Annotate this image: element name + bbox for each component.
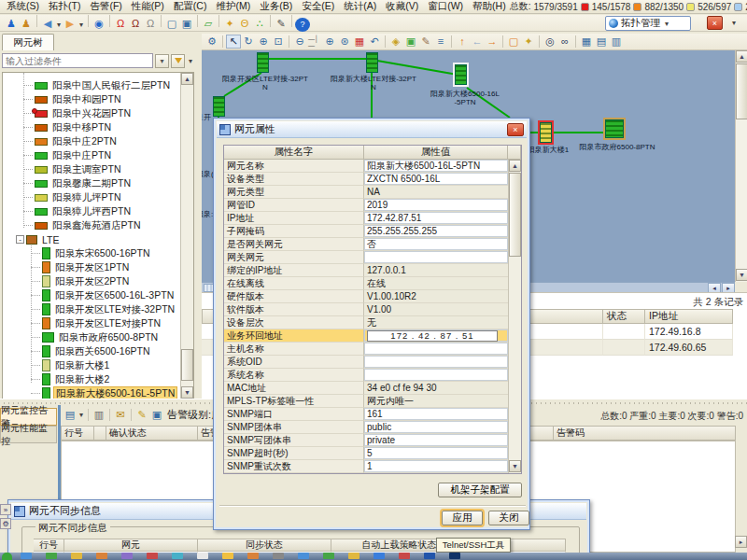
property-row[interactable]: MAC地址34 e0 cf fe 94 30 xyxy=(224,382,508,395)
tree-item[interactable]: 阳泉中移PTN xyxy=(3,120,180,134)
rack-config-button[interactable]: 机架子架配置 xyxy=(438,483,522,497)
magnify-icon[interactable]: ⊕ xyxy=(322,35,337,49)
property-row[interactable]: 网元类型NA xyxy=(224,186,508,199)
taskbar-app-icon[interactable] xyxy=(298,553,309,559)
monitor-icon[interactable]: ▣ xyxy=(149,408,164,422)
back-icon[interactable]: ◀ xyxy=(40,17,55,31)
tree-item[interactable]: 阳泉东宋6500-16PTN xyxy=(3,246,180,260)
export-icon-dropdown[interactable]: ▾ xyxy=(78,411,85,419)
topo-node[interactable] xyxy=(213,96,225,117)
property-row[interactable]: 硬件版本V1.00.10R2 xyxy=(224,290,508,303)
globe-icon[interactable]: ◉ xyxy=(92,17,106,31)
resize-icon[interactable]: ▱ xyxy=(201,17,216,31)
filter-dropdown-button[interactable]: ▾ xyxy=(155,54,169,68)
scroll-down-button[interactable]: ▼ xyxy=(736,269,747,281)
tree-item[interactable]: 阳泉獐儿坪西PTN xyxy=(3,204,180,218)
back-icon-dropdown[interactable]: ▾ xyxy=(55,21,63,29)
find-icon[interactable]: ◎ xyxy=(543,35,557,49)
scroll-up-button[interactable]: ▲ xyxy=(181,73,193,85)
link-tool-icon[interactable]: ⚙ xyxy=(0,518,11,529)
taskbar-app-icon[interactable] xyxy=(273,553,284,559)
tree-scrollbar[interactable]: ▲ ▼ xyxy=(180,73,193,399)
property-value[interactable]: private xyxy=(364,434,508,447)
property-row[interactable]: SNMP超时(秒)5 xyxy=(224,447,508,460)
tree-item[interactable]: 阳泉开发区LTE对接-32PTN xyxy=(3,302,180,316)
overview-icon[interactable]: ⊛ xyxy=(337,35,352,49)
zoom-out-icon[interactable]: ⊖ xyxy=(292,35,307,49)
gear-icon[interactable]: ⚙ xyxy=(204,35,219,49)
taskbar-app-icon[interactable] xyxy=(247,553,259,559)
chevron-down-icon[interactable]: ▾ xyxy=(663,20,670,28)
console-icon[interactable]: » xyxy=(0,504,11,515)
close-icon[interactable]: × xyxy=(507,123,524,136)
scroll-up-button[interactable]: ▲ xyxy=(736,50,747,63)
topo-node[interactable] xyxy=(257,52,269,73)
menu-item[interactable]: 告警(F) xyxy=(86,0,125,13)
property-row[interactable]: 设备类型ZXCTN 6500-16L xyxy=(224,173,508,186)
timer-icon[interactable]: Θ xyxy=(237,17,252,31)
taskbar-app-icon[interactable] xyxy=(46,553,57,559)
property-row[interactable]: 设备层次无 xyxy=(224,316,508,329)
topology-link-icon[interactable]: ∴ xyxy=(252,17,267,31)
menu-item[interactable]: 窗口(W) xyxy=(424,0,467,13)
property-value[interactable]: 172 . 42 . 87 . 51 xyxy=(364,329,508,343)
tree-item[interactable]: 阳泉新大楼1 xyxy=(3,358,180,372)
property-row[interactable]: 在线离线在线 xyxy=(224,277,508,290)
records-cell[interactable]: 172.49.16.8 xyxy=(645,324,733,340)
critical-alarm-bell-icon[interactable]: Ω xyxy=(113,17,128,31)
taskbar-app-icon[interactable] xyxy=(147,553,158,559)
property-value[interactable]: 172.42.87.51 xyxy=(364,212,508,225)
refresh-icon[interactable]: ↻ xyxy=(241,35,256,49)
key-icon[interactable]: ✦ xyxy=(222,17,237,31)
menu-item[interactable]: 收藏(V) xyxy=(382,0,422,13)
wrench-icon[interactable]: ✎ xyxy=(134,408,149,422)
topo-node[interactable] xyxy=(540,122,552,143)
taskbar-app-icon[interactable] xyxy=(374,553,385,559)
filter-icon[interactable] xyxy=(171,54,185,68)
history-alarm-bell-icon[interactable]: Ω xyxy=(143,17,158,31)
menu-item[interactable]: 帮助(H) xyxy=(469,0,510,13)
apply-button[interactable]: 应用 xyxy=(442,511,483,525)
topology-manage-combo[interactable]: 拓扑管理 ▾ xyxy=(605,16,691,31)
property-value[interactable]: 2019 xyxy=(364,199,508,212)
property-row[interactable]: IP地址172.42.87.51 xyxy=(224,212,508,225)
scroll-up-button[interactable]: ▲ xyxy=(509,160,521,172)
property-value[interactable] xyxy=(364,356,508,369)
scroll-right-button[interactable]: ▸ xyxy=(735,536,747,548)
property-row[interactable]: SNMP重试次数1 xyxy=(224,460,508,473)
tree-item[interactable]: 阳泉中国人民银行二层PTN xyxy=(3,78,180,92)
tree-item[interactable]: 阳泉开发区1PTN xyxy=(3,260,180,274)
table-view-icon[interactable]: ▤ xyxy=(594,35,609,49)
menu-item[interactable]: 维护(M) xyxy=(212,0,254,13)
property-row[interactable]: SNMP团体串public xyxy=(224,421,508,434)
property-value[interactable] xyxy=(364,251,508,264)
menu-item[interactable]: 业务(B) xyxy=(256,0,296,13)
grid-view-icon[interactable]: ▦ xyxy=(579,35,594,49)
records-cell[interactable]: 172.49.60.65 xyxy=(645,340,733,356)
property-row[interactable]: 系统OID xyxy=(224,356,508,369)
menu-item[interactable]: 系统(S) xyxy=(3,0,43,13)
window-search-icon[interactable]: ▣ xyxy=(179,17,194,31)
scroll-down-button[interactable]: ▼ xyxy=(181,386,193,399)
modify-user-icon[interactable]: ♟ xyxy=(19,17,34,31)
wrench-icon[interactable]: ✦ xyxy=(521,35,536,49)
close-button[interactable]: 关闭 xyxy=(488,511,529,525)
board-view-icon[interactable]: ▥ xyxy=(609,35,624,49)
tree-item[interactable]: 阳泉主调室PTN xyxy=(3,162,180,176)
menu-item[interactable]: 性能(P) xyxy=(128,0,168,13)
property-row[interactable]: MPLS-TP标签唯一性网元内唯一 xyxy=(224,395,508,408)
property-row[interactable]: 系统名称 xyxy=(224,369,508,382)
scroll-down-button[interactable]: ▼ xyxy=(509,460,521,472)
start-button[interactable] xyxy=(2,553,12,560)
window-icon[interactable]: ▢ xyxy=(164,17,179,31)
taskbar-app-icon[interactable] xyxy=(424,553,435,559)
taskbar-app-icon[interactable] xyxy=(21,553,32,559)
tree-item[interactable]: 阳泉中庄PTN xyxy=(3,148,180,162)
menu-item[interactable]: 配置(C) xyxy=(170,0,211,13)
select-cursor-icon[interactable]: ↖ xyxy=(226,35,241,49)
tree-item[interactable]: 阳泉中庄2PTN xyxy=(3,134,180,148)
scroll-thumb[interactable] xyxy=(736,63,747,119)
tree-item[interactable]: 阳泉开发区6500-16L-3PTN xyxy=(3,288,180,302)
add-image-icon[interactable]: ▣ xyxy=(403,35,418,49)
property-row[interactable]: 业务环回地址172 . 42 . 87 . 51 xyxy=(224,329,508,343)
